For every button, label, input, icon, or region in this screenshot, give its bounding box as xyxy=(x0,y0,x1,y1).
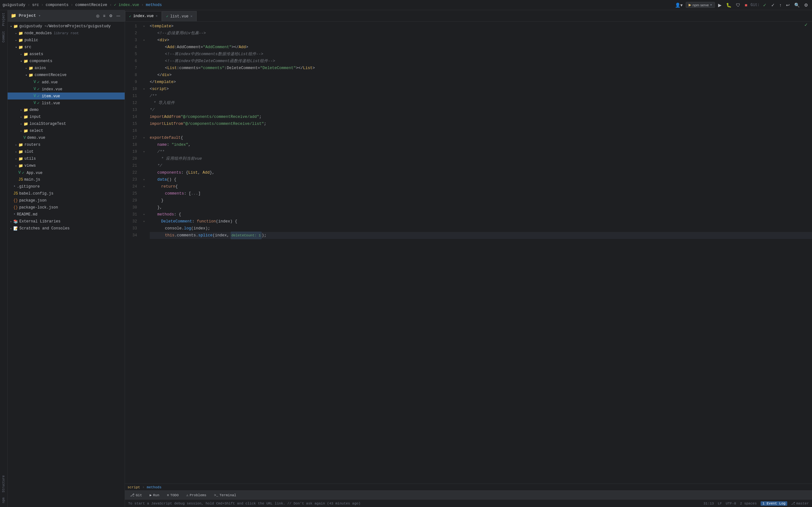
tree-item-demo.vue[interactable]: Vdemo.vue xyxy=(8,134,125,141)
tab-index-vue[interactable]: ✓ index.vue × xyxy=(125,11,162,21)
breadcrumb-commentReceive[interactable]: commentReceive xyxy=(75,3,107,7)
tree-item-add.vue[interactable]: V✓ add.vue xyxy=(8,78,125,86)
fold-marker-1[interactable]: ▾ xyxy=(141,23,147,30)
tree-item-localStorageTest[interactable]: ▸📁localStorageTest xyxy=(8,120,125,127)
search-button[interactable]: 🔍 xyxy=(793,2,801,8)
tree-item-routers[interactable]: ▸📁routers xyxy=(8,141,125,148)
npm-side-tab[interactable]: npm xyxy=(1,496,6,504)
tree-item-demo[interactable]: ▸📁demo xyxy=(8,107,125,113)
tree-item-main.js[interactable]: JSmain.js xyxy=(8,176,125,183)
fold-marker-31[interactable]: ▾ xyxy=(141,211,147,218)
tree-item-package.json[interactable]: {}package.json xyxy=(8,197,125,204)
tree-item-components[interactable]: ▾📁components xyxy=(8,58,125,65)
breadcrumb-src[interactable]: src xyxy=(32,3,39,7)
tab-list-vue-close[interactable]: × xyxy=(190,14,193,18)
npm-serve-button[interactable]: ▶ npm serve ▾ xyxy=(686,2,715,8)
tree-item-utils[interactable]: ▸📁utils xyxy=(8,155,125,162)
bottom-tab-todo[interactable]: ≡ TODO xyxy=(164,493,181,498)
tree-item-App.vue[interactable]: V✓ App.vue xyxy=(8,169,125,176)
arrow-right-icon[interactable]: ▸ xyxy=(9,219,13,224)
tree-item-node_modules[interactable]: ▸📁node_moduleslibrary root xyxy=(8,30,125,37)
fold-marker-19[interactable]: ▾ xyxy=(141,148,147,155)
line-ending[interactable]: LF xyxy=(718,502,722,505)
git-push[interactable]: ↑ xyxy=(778,2,783,8)
arrow-right-icon[interactable]: ▸ xyxy=(14,157,18,161)
project-side-tab[interactable]: Project xyxy=(1,11,6,27)
tree-item-.gitignore[interactable]: •.gitignore xyxy=(8,183,125,190)
coverage-button[interactable]: 🛡 xyxy=(734,2,742,8)
bottom-tab-run[interactable]: ▶ Run xyxy=(147,493,162,498)
tree-item-src[interactable]: ▾📁src xyxy=(8,44,125,51)
tree-item-babel.config.js[interactable]: JSbabel.config.js xyxy=(8,190,125,197)
tree-item-assets[interactable]: ▸📁assets xyxy=(8,51,125,58)
arrow-right-icon[interactable]: ▸ xyxy=(19,129,23,133)
bottom-tab-git[interactable]: ⎇ Git xyxy=(128,492,145,498)
event-log-button[interactable]: 1 Event Log xyxy=(761,501,788,506)
debug-button[interactable]: 🐛 xyxy=(725,2,733,8)
git-branch-status[interactable]: ⎇ master xyxy=(791,501,809,505)
arrow-right-icon[interactable]: ▸ xyxy=(19,108,23,112)
arrow-down-icon[interactable]: ▾ xyxy=(9,24,13,29)
indent-setting[interactable]: 2 spaces xyxy=(740,502,757,505)
tree-item-item.vue[interactable]: V✓ item.vue xyxy=(8,93,125,100)
arrow-right-icon[interactable]: ▸ xyxy=(14,38,18,43)
arrow-down-icon[interactable]: ▾ xyxy=(19,59,23,63)
tree-item-commentReceive[interactable]: ▾📁commentReceive xyxy=(8,72,125,78)
breadcrumb-index-vue[interactable]: ✓ index.vue xyxy=(114,3,139,7)
tree-item-External Libraries[interactable]: ▸📚External Libraries xyxy=(8,218,125,225)
tree-item-views[interactable]: ▸📁views xyxy=(8,162,125,169)
sidebar-locate-button[interactable]: ◎ xyxy=(95,13,101,19)
arrow-right-icon[interactable]: ▸ xyxy=(19,115,23,119)
arrow-right-icon[interactable]: ▸ xyxy=(24,66,29,70)
git-check-white[interactable]: ✓ xyxy=(770,2,776,8)
code-content[interactable]: <template> <!--必须要用div包裹--> <div> <Add :… xyxy=(147,21,812,484)
arrow-right-icon[interactable]: ▸ xyxy=(14,31,18,36)
tree-item-select[interactable]: ▸📁select xyxy=(8,127,125,134)
tree-item-axios[interactable]: ▸📁axios xyxy=(8,65,125,72)
structure-side-tab[interactable]: Structure xyxy=(1,474,6,494)
tree-item-package-lock.json[interactable]: {}package-lock.json xyxy=(8,204,125,211)
tree-item-README.md[interactable]: •README.md xyxy=(8,211,125,218)
user-icon-button[interactable]: 👤▾ xyxy=(674,2,684,8)
tree-item-input[interactable]: ▸📁input xyxy=(8,113,125,120)
sidebar-collapse-button[interactable]: ≡ xyxy=(102,13,107,19)
arrow-right-icon[interactable]: ▸ xyxy=(14,164,18,168)
fold-marker-10[interactable]: ▾ xyxy=(141,86,147,93)
settings-button[interactable]: ⚙ xyxy=(803,2,809,8)
bottom-tab-terminal[interactable]: >_ Terminal xyxy=(212,493,239,498)
fold-marker-23[interactable]: ▾ xyxy=(141,176,147,183)
arrow-right-icon[interactable]: ▸ xyxy=(19,52,23,56)
arrow-down-icon[interactable]: ▾ xyxy=(24,73,29,77)
breadcrumb-methods[interactable]: methods xyxy=(146,3,162,7)
charset[interactable]: UTF-8 xyxy=(726,502,736,505)
sidebar-close-button[interactable]: — xyxy=(115,13,121,19)
arrow-right-icon[interactable]: ▸ xyxy=(14,150,18,154)
tree-item-index.vue[interactable]: V✓ index.vue xyxy=(8,86,125,93)
tree-item-Scratches and Consoles[interactable]: ▸📝Scratches and Consoles xyxy=(8,225,125,232)
fold-marker-3[interactable]: ▾ xyxy=(141,37,147,44)
arrow-right-icon[interactable]: ▸ xyxy=(19,122,23,126)
code-editor[interactable]: 1 2 3 4 5 6 7 8 9 10 11 12 13 14 15 16 1… xyxy=(125,21,812,484)
tree-item-slot[interactable]: ▸📁slot xyxy=(8,148,125,155)
project-dropdown-arrow[interactable]: ▾ xyxy=(39,14,41,18)
arrow-right-icon[interactable]: ▸ xyxy=(14,143,18,147)
run-button[interactable]: ▶ xyxy=(717,2,723,8)
tab-list-vue[interactable]: ✓ list.vue × xyxy=(162,11,197,21)
bottom-tab-problems[interactable]: ⚠ Problems xyxy=(184,493,209,498)
fold-marker-32[interactable]: ▾ xyxy=(141,218,147,225)
fold-marker-24[interactable]: ▾ xyxy=(141,183,147,190)
tree-item-public[interactable]: ▸📁public xyxy=(8,37,125,44)
tab-index-vue-close[interactable]: × xyxy=(155,14,158,18)
fold-marker-17[interactable]: ▾ xyxy=(141,134,147,141)
tree-item-list.vue[interactable]: V✓ list.vue xyxy=(8,100,125,107)
git-check-green[interactable]: ✓ xyxy=(762,2,768,8)
stop-button[interactable]: ■ xyxy=(744,2,749,8)
git-revert[interactable]: ↩ xyxy=(785,2,791,8)
sidebar-settings-button[interactable]: ⚙ xyxy=(108,13,114,19)
tree-item-guigustudy[interactable]: ▾📁guigustudy ~/WebstormProjects/guigustu… xyxy=(8,23,125,30)
breadcrumb-guigustudy[interactable]: guigustudy xyxy=(3,3,26,7)
cursor-position[interactable]: 31:13 xyxy=(704,502,714,505)
arrow-down-icon[interactable]: ▾ xyxy=(14,45,18,49)
arrow-right-icon[interactable]: ▸ xyxy=(9,226,13,231)
breadcrumb-components[interactable]: components xyxy=(46,3,68,7)
